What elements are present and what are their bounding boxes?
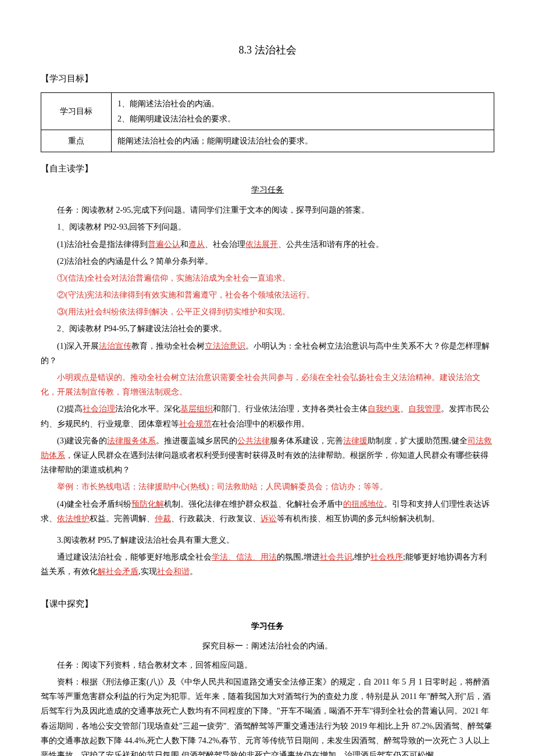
answer-3: ③(用法)社会纠纷依法得到解决，公平正义得到切实维护和实现。 xyxy=(41,304,494,319)
text: 、公共生活和谐有序的社会。 xyxy=(278,240,384,249)
text: 教育，推动全社会树 xyxy=(131,342,205,350)
explore-heading: 【课中探究】 xyxy=(41,596,494,612)
goals-heading: 【学习目标】 xyxy=(41,71,494,87)
text: 。 xyxy=(190,567,198,576)
text: 服务体系建设，完善 xyxy=(270,436,343,445)
text: 的氛围,增进 xyxy=(277,553,320,561)
focus-content-cell: 能阐述法治社会的内涵；能阐明建设法治社会的要求。 xyxy=(112,130,494,152)
text: (1)深入开展 xyxy=(57,342,99,350)
explore-target-1: 探究目标一：阐述法治社会的内涵。 xyxy=(41,639,494,653)
text: ,实现 xyxy=(138,567,157,576)
goals-content-cell: 1、能阐述法治社会的内涵。 2、能阐明建设法治社会的要求。 xyxy=(112,93,494,130)
q2-1-answer: 小明观点是错误的。推动全社会树立法治意识需要全社会共同参与，必须在全社会弘扬社会… xyxy=(41,370,494,399)
fill-text: 自我约束 xyxy=(368,404,400,413)
task-line: 任务：阅读教材 2-95,完成下列问题。请同学们注重于文本的阅读，探寻到问题的答… xyxy=(41,203,494,217)
goals-label-cell: 学习目标 xyxy=(41,93,112,130)
goals-table: 学习目标 1、能阐述法治社会的内涵。 2、能阐明建设法治社会的要求。 重点 能阐… xyxy=(41,92,494,152)
explore-task-heading: 学习任务 xyxy=(41,619,494,633)
text: 、行政裁决、行政复议、 xyxy=(171,514,261,523)
q2-intro: 2、阅读教材 P94-95,了解建设法治社会的要求。 xyxy=(41,321,494,336)
text: 通过建设法治社会，能够更好地形成全社会 xyxy=(57,553,212,561)
q1-1: (1)法治社会是指法律得到普遍公认和遵从、社会治理依法展开、公共生活和谐有序的社… xyxy=(41,237,494,252)
text: 机制。强化法律在维护群众权益、化解社会矛盾中 xyxy=(164,500,343,508)
text: 助制度，扩大援助范围,健全 xyxy=(368,436,468,445)
text: ，保证人民群众在遇到法律问题或者权利受到侵害时获得及时有效的法律帮助。根据所学，… xyxy=(41,451,488,474)
text: (2)提高 xyxy=(57,404,83,413)
fill-text: 依法展开 xyxy=(245,240,278,249)
fill-text: 普遍公认 xyxy=(148,240,180,249)
text: 。推进覆盖城乡居民的 xyxy=(156,436,237,445)
q1-2: (2)法治社会的内涵是什么？简单分条列举。 xyxy=(41,254,494,268)
fill-text: 法治宣传 xyxy=(99,342,131,350)
text: 和 xyxy=(180,240,188,249)
fill-text: 社会秩序 xyxy=(370,553,403,561)
q2-1: (1)深入开展法治宣传教育，推动全社会树立法治意识。小明认为：全社会树立法治意识… xyxy=(41,339,494,368)
page-title: 8.3 法治社会 xyxy=(41,41,494,59)
answer-2: ②(守法)宪法和法律得到有效实施和普遍遵守，社会各个领域依法运行。 xyxy=(41,288,494,302)
fill-text: 社会和谐 xyxy=(157,567,190,576)
text: 、社会治理 xyxy=(205,240,245,249)
fill-text: 公共法律 xyxy=(237,436,270,445)
fill-text: 诉讼 xyxy=(261,514,277,523)
fill-text: 立法治意识 xyxy=(205,342,245,350)
table-row: 学习目标 1、能阐述法治社会的内涵。 2、能阐明建设法治社会的要求。 xyxy=(41,93,494,130)
text: 等有机衔接、相互协调的多元纠纷解决机制。 xyxy=(277,514,440,523)
fill-text: 预防化解 xyxy=(131,500,164,508)
q1-intro: 1、阅读教材 P92-93,回答下列问题。 xyxy=(41,220,494,234)
table-row: 重点 能阐述法治社会的内涵；能阐明建设法治社会的要求。 xyxy=(41,130,494,152)
q2-3-answer: 举例：市长热线电话；法律援助中心(热线)；司法救助站；人民调解委员会；信访办；等… xyxy=(41,479,494,494)
text: 、 xyxy=(400,404,408,413)
q2-4: (4)健全社会矛盾纠纷预防化解机制。强化法律在维护群众权益、化解社会矛盾中的扭感… xyxy=(41,497,494,526)
fill-text: 依法维护 xyxy=(57,514,90,523)
text: (1)法治社会是指法律得到 xyxy=(57,240,148,249)
explore-material: 资料：根据《刑法修正案(八)》及《中华人民共和国道路交通安全法修正案》的规定，自… xyxy=(41,675,494,756)
q2-3: (3)建设完备的法律服务体系。推进覆盖城乡居民的公共法律服务体系建设，完善法律援… xyxy=(41,433,494,478)
text: 权益。完善调解、 xyxy=(90,514,155,523)
fill-text: 基层组织 xyxy=(180,404,213,413)
fill-text: 法律援 xyxy=(343,436,368,445)
fill-text: 的扭感地位 xyxy=(343,500,384,508)
goal-item-2: 2、能阐明建设法治社会的要求。 xyxy=(117,112,488,126)
fill-text: 学法、信法、用法 xyxy=(212,553,277,561)
fill-text: 法律服务体系 xyxy=(107,436,156,445)
text: 在社会治理中的积极作用。 xyxy=(212,420,309,428)
self-study-heading: 【自主读学】 xyxy=(41,161,494,177)
fill-text: 社会共识 xyxy=(320,553,352,561)
text: 法治化水平。深化 xyxy=(115,404,180,413)
q3-intro: 3.阅读教材 P95,了解建设法治社会具有重大意义。 xyxy=(41,533,494,547)
fill-text: 仲裁 xyxy=(155,514,171,523)
text: 和部门、行业依法治理，支持各类社会主体 xyxy=(213,404,368,413)
fill-text: 社会规范 xyxy=(179,420,212,428)
fill-text: 自我管理 xyxy=(408,404,441,413)
fill-text: 社会治理 xyxy=(83,404,115,413)
text: (4)健全社会矛盾纠纷 xyxy=(57,500,131,508)
text: (3)建设完备的 xyxy=(57,436,107,445)
answer-1: ①(信法)全社会对法治普遍信仰，实施法治成为全社会一直追求。 xyxy=(41,271,494,285)
text: ,维护 xyxy=(352,553,371,561)
focus-label-cell: 重点 xyxy=(41,130,112,152)
fill-text: 遵从 xyxy=(188,240,205,249)
q2-2: (2)提高社会治理法治化水平。深化基层组织和部门、行业依法治理，支持各类社会主体… xyxy=(41,402,494,431)
q3: 通过建设法治社会，能够更好地形成全社会学法、信法、用法的氛围,增进社会共识,维护… xyxy=(41,550,494,579)
explore-task-intro: 任务：阅读下列资料，结合教材文本，回答相应问题。 xyxy=(41,658,494,672)
study-task-heading: 学习任务 xyxy=(41,182,494,197)
goal-item-1: 1、能阐述法治社会的内涵。 xyxy=(117,96,488,111)
fill-text: 解社会矛盾 xyxy=(98,567,138,576)
